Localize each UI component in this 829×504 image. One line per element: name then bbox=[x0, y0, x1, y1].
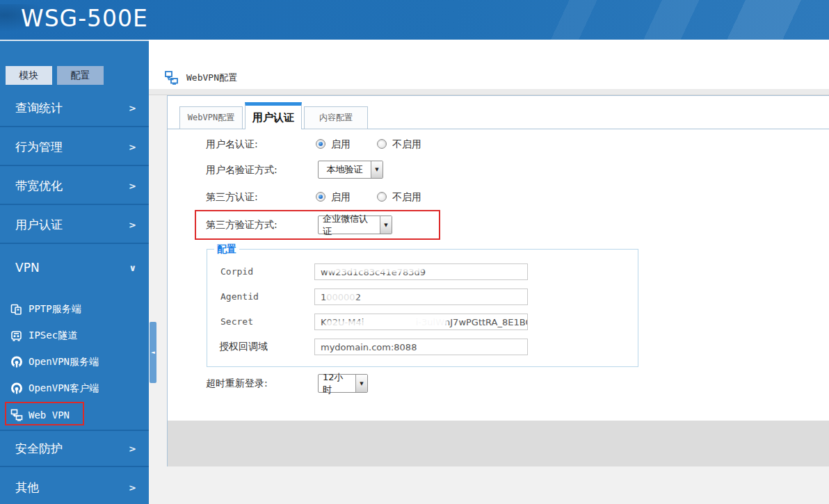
dropdown-arrow-icon[interactable]: ▼ bbox=[371, 161, 383, 178]
content-panel: WebVPN配置 用户认证 内容配置 用户名认证: 启用 不启用 用户名验证方式… bbox=[167, 95, 829, 466]
agentid-input[interactable]: 1000002 bbox=[314, 288, 528, 305]
sidebar-tab-modules[interactable]: 模块 bbox=[6, 66, 52, 85]
chevron-right-icon: > bbox=[129, 220, 136, 230]
agentid-label: Agentid bbox=[220, 291, 259, 302]
page-title: WebVPN配置 bbox=[186, 72, 237, 84]
sidebar-item-query-stats[interactable]: 查询统计 > bbox=[0, 90, 149, 127]
ipsec-icon bbox=[10, 330, 23, 343]
corpid-input[interactable]: ww23d1c83c41e783d9 bbox=[314, 263, 528, 280]
sidebar-subitem-openvpn-client[interactable]: OpenVPN客户端 bbox=[0, 375, 149, 402]
secret-input[interactable]: K02U-M4i i-3ulWnJ7wPGttRA_8E1BC bbox=[314, 314, 528, 330]
sidebar-item-security[interactable]: 安全防护 > bbox=[0, 430, 149, 467]
tab-user-auth[interactable]: 用户认证 bbox=[245, 102, 302, 129]
tab-webvpn-config[interactable]: WebVPN配置 bbox=[179, 106, 243, 129]
sidebar-item-other[interactable]: 其他 > bbox=[0, 470, 149, 504]
thirdparty-auth-disable-label: 不启用 bbox=[392, 191, 421, 204]
openvpn-icon bbox=[10, 356, 23, 369]
thirdparty-auth-label: 第三方认证: bbox=[206, 191, 258, 204]
page-title-row: WebVPN配置 bbox=[165, 71, 237, 85]
secret-label: Secret bbox=[220, 316, 253, 327]
thirdparty-auth-enable-label: 启用 bbox=[331, 191, 351, 204]
username-auth-label: 用户名认证: bbox=[206, 138, 258, 151]
sidebar-subitem-openvpn-server[interactable]: OpenVPN服务端 bbox=[0, 349, 149, 375]
username-auth-disable-label: 不启用 bbox=[392, 138, 421, 151]
wsg-admin-screen: WSG-500E 模块 配置 查询统计 > 行为管理 > 带宽优化 > 用户认证… bbox=[0, 0, 829, 504]
sidebar-item-user-auth[interactable]: 用户认证 > bbox=[0, 206, 149, 244]
chevron-down-icon: ∨ bbox=[129, 263, 136, 273]
openvpn-icon bbox=[10, 382, 23, 396]
config-group-legend: 配置 bbox=[214, 243, 239, 256]
app-header: WSG-500E bbox=[0, 0, 829, 40]
collapse-arrow-icon: ◄ bbox=[151, 350, 154, 355]
chevron-right-icon: > bbox=[129, 181, 136, 191]
sidebar-item-behavior-mgmt[interactable]: 行为管理 > bbox=[0, 129, 149, 166]
tab-content-config[interactable]: 内容配置 bbox=[304, 106, 368, 129]
sidebar-subitem-ipsec-tunnel[interactable]: IPSec隧道 bbox=[0, 323, 149, 349]
app-title: WSG-500E bbox=[21, 5, 148, 32]
username-auth-enable-radio[interactable] bbox=[316, 139, 325, 149]
sidebar-item-bandwidth[interactable]: 带宽优化 > bbox=[0, 168, 149, 205]
dropdown-arrow-icon[interactable]: ▼ bbox=[355, 375, 367, 392]
sidebar-subitem-web-vpn[interactable]: Web VPN bbox=[0, 402, 149, 428]
thirdparty-method-select[interactable]: 企业微信认证 ▼ bbox=[318, 216, 392, 234]
thirdparty-auth-disable-radio[interactable] bbox=[377, 192, 387, 202]
chevron-right-icon: > bbox=[129, 142, 136, 152]
main-title-band bbox=[149, 40, 829, 89]
sidebar-subitem-pptp-server[interactable]: PPTP服务端 bbox=[0, 296, 149, 323]
sidebar-item-vpn[interactable]: VPN ∨ bbox=[0, 245, 149, 290]
thirdparty-method-label: 第三方验证方式: bbox=[206, 219, 277, 231]
username-method-label: 用户名验证方式: bbox=[206, 164, 277, 177]
sidebar-tab-config[interactable]: 配置 bbox=[57, 66, 104, 85]
callback-domain-label: 授权回调域 bbox=[219, 341, 268, 353]
title-divider-strip bbox=[149, 89, 829, 95]
timeout-select[interactable]: 12小时 ▼ bbox=[318, 374, 368, 393]
sidebar: 模块 配置 查询统计 > 行为管理 > 带宽优化 > 用户认证 > VPN ∨ bbox=[0, 40, 149, 504]
timeout-label: 超时重新登录: bbox=[206, 377, 268, 390]
username-method-select[interactable]: 本地验证 ▼ bbox=[318, 161, 383, 179]
corpid-label: Corpid bbox=[220, 266, 253, 277]
webvpn-icon bbox=[10, 409, 23, 422]
config-group: 配置 Corpid ww23d1c83c41e783d9 Agentid 100… bbox=[207, 249, 638, 367]
pptp-icon bbox=[10, 303, 23, 316]
username-auth-disable-radio[interactable] bbox=[377, 139, 387, 149]
dropdown-arrow-icon[interactable]: ▼ bbox=[380, 216, 392, 234]
chevron-right-icon: > bbox=[129, 103, 136, 113]
panel-footer-bar bbox=[168, 421, 829, 466]
chevron-right-icon: > bbox=[129, 482, 136, 493]
sidebar-collapse-handle[interactable]: ◄ bbox=[150, 322, 156, 383]
chevron-right-icon: > bbox=[129, 444, 136, 454]
callback-domain-input[interactable]: mydomain.com:8088 bbox=[314, 339, 528, 355]
username-auth-enable-label: 启用 bbox=[331, 138, 351, 151]
sidebar-tabbar: 模块 配置 bbox=[6, 66, 108, 85]
webvpn-config-icon bbox=[165, 71, 178, 85]
thirdparty-auth-enable-radio[interactable] bbox=[316, 192, 325, 202]
